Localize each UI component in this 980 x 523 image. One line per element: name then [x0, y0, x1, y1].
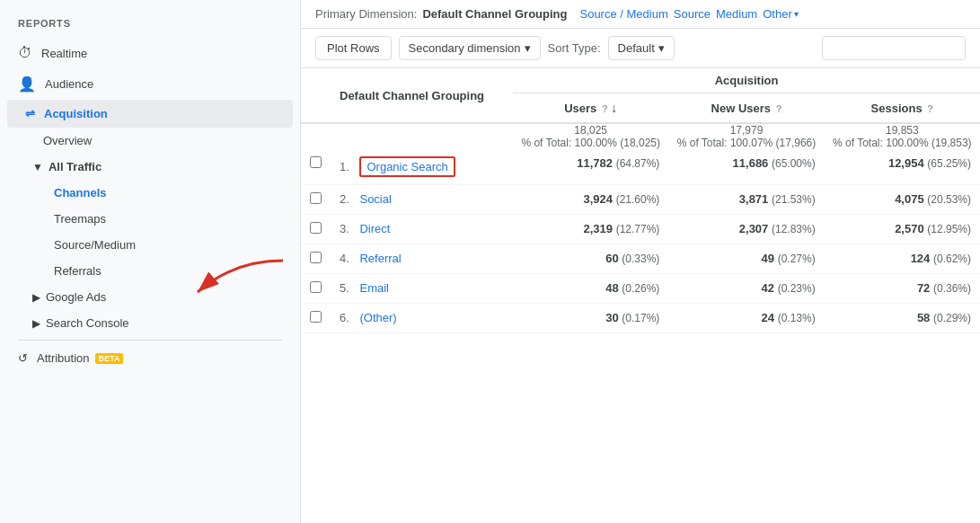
sidebar-item-all-traffic[interactable]: ▼ All Traffic	[0, 154, 300, 180]
sidebar-item-referrals[interactable]: Referrals	[0, 258, 300, 284]
secondary-dim-label: Secondary dimension	[409, 41, 521, 55]
new-users-cell: 24 (0.13%)	[668, 304, 824, 333]
source-medium-link[interactable]: Source / Medium	[579, 7, 667, 21]
sidebar-item-treemaps[interactable]: Treemaps	[0, 206, 300, 232]
new-users-header[interactable]: New Users ?	[668, 93, 824, 124]
users-pct: (64.87%)	[616, 157, 660, 170]
other-dropdown[interactable]: Other ▾	[763, 7, 799, 21]
channel-name[interactable]: Organic Search	[366, 160, 447, 173]
users-value: 3,924	[583, 192, 613, 206]
channel-name[interactable]: Social	[359, 192, 391, 206]
users-pct: (0.17%)	[622, 312, 659, 324]
sidebar: REPORTS ⏱ Realtime 👤 Audience ⇌ Acquisit…	[0, 0, 301, 523]
sessions-cell: 72 (0.36%)	[825, 274, 980, 304]
users-cell: 30 (0.17%)	[513, 304, 668, 333]
users-cell: 3,924 (21.60%)	[513, 185, 668, 215]
sessions-value: 58	[917, 311, 930, 324]
new-users-cell: 11,686 (65.00%)	[668, 149, 824, 185]
sidebar-audience-label: Audience	[45, 77, 93, 91]
overview-label: Overview	[43, 134, 92, 147]
channel-cell: 5. Email	[331, 274, 513, 304]
sessions-header[interactable]: Sessions ?	[825, 93, 980, 124]
treemaps-label: Treemaps	[54, 212, 106, 226]
users-value: 11,782	[577, 156, 613, 170]
new-users-cell: 2,307 (12.83%)	[668, 215, 824, 244]
row-number: 3.	[340, 222, 349, 235]
clock-icon: ⏱	[18, 45, 32, 61]
table-row: 6. (Other) 30 (0.17%) 24 (0.13%) 58 (0.2…	[301, 304, 980, 333]
users-value: 60	[605, 252, 618, 265]
reports-label: REPORTS	[0, 11, 300, 38]
data-table-container: Default Channel Grouping Acquisition Use…	[301, 68, 980, 523]
sidebar-item-realtime[interactable]: ⏱ Realtime	[0, 38, 300, 68]
row-checkbox[interactable]	[310, 156, 322, 168]
source-link[interactable]: Source	[674, 7, 711, 21]
users-pct: (0.33%)	[622, 253, 659, 265]
sidebar-item-attribution[interactable]: ↺ Attribution BETA	[0, 344, 300, 372]
row-checkbox-cell	[301, 149, 331, 185]
acquisition-header: Acquisition	[513, 68, 980, 93]
users-help-icon[interactable]: ?	[602, 103, 608, 114]
sessions-pct: (0.36%)	[933, 282, 971, 295]
totals-users-value: 18,025	[513, 124, 668, 137]
row-checkbox[interactable]	[310, 252, 322, 263]
row-checkbox-cell	[301, 185, 331, 215]
sessions-value: 2,570	[895, 222, 924, 235]
new-users-pct: (0.27%)	[778, 253, 816, 265]
new-users-cell: 42 (0.23%)	[668, 274, 824, 304]
sessions-pct: (0.62%)	[933, 253, 971, 265]
expand-icon: ▼	[32, 161, 43, 173]
medium-link[interactable]: Medium	[716, 7, 757, 21]
row-checkbox-cell	[301, 274, 331, 304]
sessions-help-icon[interactable]: ?	[927, 103, 933, 114]
sidebar-item-google-ads[interactable]: ▶ Google Ads	[0, 284, 300, 310]
sort-users-icon[interactable]: ↓	[611, 101, 617, 115]
users-header[interactable]: Users ? ↓	[513, 93, 668, 124]
row-number: 1.	[340, 160, 349, 173]
row-checkbox[interactable]	[310, 311, 322, 323]
sessions-pct: (20.53%)	[927, 193, 971, 206]
expand-right-icon: ▶	[32, 291, 40, 304]
row-number: 6.	[340, 311, 349, 324]
channel-grouping-header: Default Channel Grouping	[331, 68, 513, 123]
table-row: 2. Social 3,924 (21.60%) 3,871 (21.53%) …	[301, 185, 980, 215]
sort-default-button[interactable]: Default ▾	[608, 36, 675, 60]
sessions-cell: 124 (0.62%)	[825, 244, 980, 274]
sidebar-realtime-label: Realtime	[41, 47, 87, 60]
sidebar-divider	[18, 340, 282, 341]
channel-name[interactable]: Email	[359, 281, 389, 295]
users-cell: 2,319 (12.77%)	[513, 215, 668, 244]
attribution-icon: ↺	[18, 351, 28, 365]
new-users-cell: 49 (0.27%)	[668, 244, 824, 274]
new-users-cell: 3,871 (21.53%)	[668, 185, 824, 215]
person-icon: 👤	[18, 75, 36, 93]
channels-label: Channels	[54, 186, 107, 199]
sidebar-item-channels[interactable]: Channels	[0, 180, 300, 206]
new-users-help-icon[interactable]: ?	[776, 103, 782, 114]
row-checkbox[interactable]	[310, 192, 322, 204]
users-value: 48	[605, 281, 618, 295]
channel-name[interactable]: (Other)	[359, 311, 396, 324]
sidebar-item-overview[interactable]: Overview	[0, 128, 300, 154]
sidebar-item-audience[interactable]: 👤 Audience	[0, 68, 300, 100]
totals-new-users-value: 17,979	[668, 124, 824, 137]
plot-rows-button[interactable]: Plot Rows	[315, 36, 392, 60]
sort-dropdown-icon: ▾	[658, 41, 665, 55]
attribution-label: Attribution	[37, 351, 90, 365]
sidebar-item-source-medium[interactable]: Source/Medium	[0, 232, 300, 258]
users-pct: (21.60%)	[616, 193, 660, 206]
row-checkbox[interactable]	[310, 281, 322, 293]
sidebar-item-acquisition[interactable]: ⇌ Acquisition	[7, 100, 293, 128]
row-checkbox-cell	[301, 215, 331, 244]
users-cell: 48 (0.26%)	[513, 274, 668, 304]
totals-new-users: 17,979 % of Total: 100.07% (17,966)	[668, 123, 824, 149]
new-users-pct: (0.13%)	[778, 312, 816, 324]
primary-dim-label: Primary Dimension:	[315, 7, 417, 21]
row-checkbox[interactable]	[310, 222, 322, 234]
secondary-dimension-button[interactable]: Secondary dimension ▾	[399, 36, 541, 60]
channel-name[interactable]: Direct	[359, 222, 390, 235]
chevron-down-icon: ▾	[794, 9, 799, 19]
sidebar-item-search-console[interactable]: ▶ Search Console	[0, 310, 300, 336]
channel-name[interactable]: Referral	[359, 252, 401, 265]
search-input[interactable]	[822, 36, 966, 60]
